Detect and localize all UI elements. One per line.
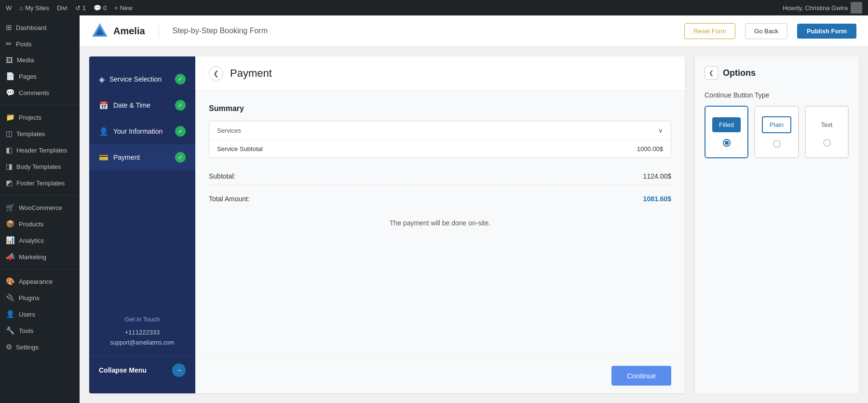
payment-body: Summary Services ∨ Service Subtotal 1000… xyxy=(195,91,685,358)
payment-footer: Continue xyxy=(195,358,685,393)
footer-templates-icon: ◩ xyxy=(6,179,13,187)
tools-icon: 🔧 xyxy=(6,326,15,335)
filled-radio xyxy=(723,139,731,147)
analytics-icon: 📊 xyxy=(6,236,15,245)
steps-sidebar: ◈ Service Selection ✓ 📅 Date & Time ✓ xyxy=(89,56,195,393)
sidebar-item-analytics[interactable]: 📊 Analytics xyxy=(0,232,80,249)
plain-radio xyxy=(773,140,781,148)
sidebar-item-media[interactable]: 🖼 Media xyxy=(0,52,80,68)
appearance-icon: 🎨 xyxy=(6,277,15,286)
step-your-information[interactable]: 👤 Your Information ✓ xyxy=(89,118,195,144)
date-time-icon: 📅 xyxy=(99,101,108,110)
sidebar-item-pages[interactable]: 📄 Pages xyxy=(0,68,80,84)
get-in-touch-phone: +111222333 xyxy=(97,327,188,338)
projects-icon: 📁 xyxy=(6,113,15,122)
options-back-button[interactable]: ❮ xyxy=(705,66,718,80)
sidebar-item-plugins[interactable]: 🔌 Plugins xyxy=(0,290,80,306)
sidebar-item-projects[interactable]: 📁 Projects xyxy=(0,109,80,125)
total-row: Total Amount: 1081.60$ xyxy=(209,190,671,208)
amelia-logo-icon xyxy=(91,22,108,40)
sidebar-item-dashboard[interactable]: ⊞ Dashboard xyxy=(0,19,80,36)
products-icon: 📦 xyxy=(6,220,15,228)
woocommerce-icon: 🛒 xyxy=(6,203,15,212)
payment-content: ❮ Payment Summary Services ∨ Servic xyxy=(195,56,685,393)
sidebar-item-comments[interactable]: 💬 Comments xyxy=(0,84,80,101)
admin-bar-divi[interactable]: Divi xyxy=(57,4,68,12)
button-type-grid: Filled Plain Text xyxy=(705,106,849,158)
get-in-touch-email: support@ameliatms.com xyxy=(97,338,188,348)
subtotal-section: Subtotal: 1124.00$ Total Amount: 1081.60… xyxy=(209,167,671,208)
button-type-text[interactable]: Text xyxy=(805,106,849,158)
publish-form-button[interactable]: Publish Form xyxy=(797,24,856,39)
subtotal-row: Subtotal: 1124.00$ xyxy=(209,167,671,185)
header-divider xyxy=(159,24,159,38)
button-type-filled[interactable]: Filled xyxy=(705,106,748,158)
form-area: ◈ Service Selection ✓ 📅 Date & Time ✓ xyxy=(80,47,868,403)
marketing-icon: 📣 xyxy=(6,252,15,261)
sidebar-item-settings[interactable]: ⚙ Settings xyxy=(0,339,80,355)
admin-bar-updates[interactable]: ↺ 1 xyxy=(75,4,86,12)
amelia-logo: Amelia xyxy=(91,22,145,40)
sidebar-item-users[interactable]: 👤 Users xyxy=(0,306,80,322)
step-check-info: ✓ xyxy=(175,126,186,137)
plugin-subtitle: Step-by-Step Booking Form xyxy=(173,27,268,35)
admin-bar-comments[interactable]: 💬 0 xyxy=(94,4,107,12)
go-back-button[interactable]: Go Back xyxy=(745,23,787,39)
settings-icon: ⚙ xyxy=(6,343,12,351)
payment-title: Payment xyxy=(230,67,272,80)
plugin-header: Amelia Step-by-Step Booking Form Reset F… xyxy=(80,15,868,47)
payment-header: ❮ Payment xyxy=(195,56,685,91)
step-date-time[interactable]: 📅 Date & Time ✓ xyxy=(89,92,195,118)
sidebar-item-body-templates[interactable]: ◨ Body Templates xyxy=(0,158,80,175)
admin-bar-new[interactable]: + New xyxy=(114,4,133,12)
service-subtotal-row: Service Subtotal 1000.00$ xyxy=(209,140,671,157)
step-check-service: ✓ xyxy=(175,74,186,84)
dropdown-chevron-icon: ∨ xyxy=(658,127,663,134)
continue-button-type-label: Continue Button Type xyxy=(705,91,849,99)
sidebar-item-appearance[interactable]: 🎨 Appearance xyxy=(0,273,80,290)
options-header: ❮ Options xyxy=(705,66,849,80)
admin-bar-my-sites[interactable]: ⌂ My Sites xyxy=(19,4,49,12)
text-radio xyxy=(823,139,831,147)
users-icon: 👤 xyxy=(6,310,15,319)
continue-button[interactable]: Continue xyxy=(611,366,671,386)
get-in-touch-title: Get in Touch xyxy=(97,314,188,325)
options-title: Options xyxy=(723,68,756,78)
media-icon: 🖼 xyxy=(6,56,13,64)
wp-logo-icon[interactable]: W xyxy=(6,4,12,12)
payment-note: The payment will be done on-site. xyxy=(209,219,671,227)
collapse-icon: → xyxy=(172,363,186,377)
sidebar-item-products[interactable]: 📦 Products xyxy=(0,216,80,232)
posts-icon: ✏ xyxy=(6,40,12,48)
step-check-date: ✓ xyxy=(175,100,186,111)
collapse-menu-button[interactable]: Collapse Menu → xyxy=(89,356,195,384)
step-payment[interactable]: 💳 Payment ✓ xyxy=(89,144,195,170)
sidebar-item-woocommerce[interactable]: 🛒 WooCommerce xyxy=(0,199,80,216)
plain-preview-button: Plain xyxy=(762,116,791,133)
filled-preview-button: Filled xyxy=(712,117,741,132)
total-amount-value: 1081.60$ xyxy=(643,195,671,203)
sidebar-item-marketing[interactable]: 📣 Marketing xyxy=(0,249,80,265)
step-check-payment: ✓ xyxy=(175,152,186,163)
services-dropdown[interactable]: Services ∨ xyxy=(209,121,671,140)
summary-title: Summary xyxy=(209,104,671,113)
admin-bar-howdy: Howdy, Christina Gwira xyxy=(783,2,862,14)
options-panel: ❮ Options Continue Button Type Filled Pl… xyxy=(694,56,858,393)
summary-box: Services ∨ Service Subtotal 1000.00$ xyxy=(209,121,671,158)
sidebar-item-header-templates[interactable]: ◧ Header Templates xyxy=(0,142,80,158)
reset-form-button[interactable]: Reset Form xyxy=(684,23,735,39)
pages-icon: 📄 xyxy=(6,72,15,81)
payment-back-button[interactable]: ❮ xyxy=(209,66,223,81)
button-type-plain[interactable]: Plain xyxy=(754,106,799,158)
header-templates-icon: ◧ xyxy=(6,146,13,154)
sidebar-item-posts[interactable]: ✏ Posts xyxy=(0,36,80,52)
sidebar-item-templates[interactable]: ◫ Templates xyxy=(0,125,80,142)
wp-sidebar: ⊞ Dashboard ✏ Posts 🖼 Media 📄 Pages 💬 Co… xyxy=(0,15,80,403)
dashboard-icon: ⊞ xyxy=(6,23,12,32)
sidebar-item-footer-templates[interactable]: ◩ Footer Templates xyxy=(0,175,80,191)
sidebar-item-tools[interactable]: 🔧 Tools xyxy=(0,322,80,339)
your-information-icon: 👤 xyxy=(99,127,108,136)
comments-icon: 💬 xyxy=(6,88,15,97)
step-service-selection[interactable]: ◈ Service Selection ✓ xyxy=(89,66,195,92)
admin-bar: W ⌂ My Sites Divi ↺ 1 💬 0 + New Howdy, C… xyxy=(0,0,868,15)
